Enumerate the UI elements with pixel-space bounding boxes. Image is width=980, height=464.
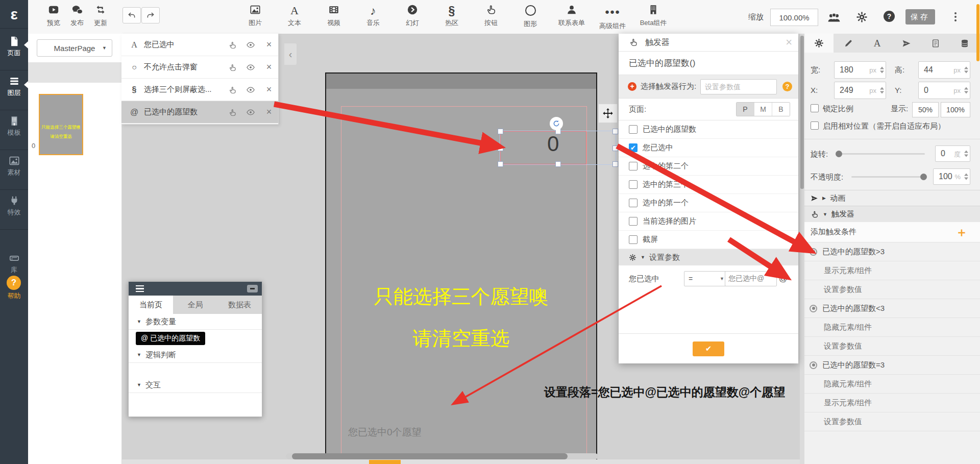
sidebar-item-assets[interactable]: 素材 <box>0 155 28 177</box>
radio-icon[interactable] <box>810 305 817 312</box>
trigger-action[interactable]: 显示元素/组件 <box>804 394 980 412</box>
selected-text-element[interactable]: 0 <box>547 132 559 156</box>
trigger-action[interactable]: 隐藏元素/组件 <box>804 318 980 337</box>
tab-global[interactable]: 全局 <box>173 296 217 314</box>
height-input[interactable]: 44 px <box>918 61 970 79</box>
plus-icon[interactable]: ＋ <box>955 227 968 237</box>
layer-delete-icon[interactable]: × <box>260 84 278 95</box>
help-question-icon[interactable]: ? <box>782 82 792 91</box>
resize-handle-s[interactable] <box>555 161 561 167</box>
move-handle[interactable] <box>598 104 618 123</box>
help-button[interactable]: ? <box>884 11 895 22</box>
radio-icon[interactable] <box>810 248 817 256</box>
tab-style[interactable] <box>834 34 863 53</box>
layer-lock-hand-icon[interactable] <box>223 85 241 94</box>
layer-delete-icon[interactable]: × <box>260 39 278 50</box>
checkbox-unchecked[interactable] <box>629 199 638 207</box>
checkbox-unchecked[interactable] <box>629 162 638 170</box>
param-value-input[interactable] <box>725 271 777 286</box>
tool-text[interactable]: A 文本 <box>281 4 308 28</box>
layer-lock-hand-icon[interactable] <box>223 107 241 117</box>
panel-scrollbar-thumb[interactable] <box>800 36 804 189</box>
checkbox-unchecked[interactable] <box>629 217 638 226</box>
target-checkbox-row[interactable]: 已选中的愿望数 <box>619 120 798 139</box>
trigger-section[interactable]: ▼ 触发器 <box>804 206 980 222</box>
page-option-m[interactable]: M <box>754 103 772 116</box>
behavior-input[interactable] <box>700 79 777 94</box>
canvas-annotation-text[interactable]: 设置段落=您已选中@已选中的愿望数@个愿望 <box>544 384 785 400</box>
tool-shape[interactable]: 图形 <box>517 4 544 29</box>
tool-image[interactable]: 图片 <box>241 4 269 28</box>
section-interaction[interactable]: ▼ 交互 <box>129 377 262 393</box>
layer-row-hotzone[interactable]: § 选择三个则屏蔽选... × <box>121 79 278 101</box>
trigger-dialog-header[interactable]: 触发器 × <box>619 34 798 52</box>
add-trigger-row[interactable]: 添加触发条件 ＋ <box>804 222 980 242</box>
window-scrollbar-thumb[interactable] <box>976 4 979 61</box>
tab-data[interactable] <box>950 34 979 53</box>
set-params-header[interactable]: ▼ 设置参数 <box>619 249 798 265</box>
stepper[interactable] <box>964 174 968 180</box>
add-behavior-icon[interactable]: + <box>628 82 636 91</box>
save-button[interactable]: 保存 <box>905 9 935 25</box>
target-checkbox-row[interactable]: 截屏 <box>619 231 798 249</box>
zoom-input[interactable] <box>770 9 818 26</box>
lock-ratio-checkbox[interactable] <box>811 104 819 112</box>
radio-icon[interactable] <box>810 361 817 369</box>
width-input[interactable]: 180 px <box>834 61 886 79</box>
tool-video[interactable]: 视频 <box>320 4 348 28</box>
trigger-action[interactable]: 设置参数值 <box>804 412 980 431</box>
section-logic[interactable]: ▼ 逻辑判断 <box>129 347 262 362</box>
layer-visibility-eye-icon[interactable] <box>241 107 260 117</box>
resize-handle-ne[interactable] <box>612 129 618 134</box>
relative-position-checkbox[interactable] <box>811 121 819 130</box>
tab-datasheet[interactable]: 数据表 <box>217 296 262 314</box>
sidebar-item-help-label[interactable]: 帮助 <box>0 291 28 301</box>
undo-button[interactable] <box>122 7 141 23</box>
page-option-p[interactable]: P <box>737 103 754 116</box>
opacity-slider[interactable] <box>851 176 924 178</box>
variable-pill[interactable]: @ 已选中的愿望数 <box>136 332 205 345</box>
settings-button[interactable] <box>856 11 868 23</box>
layer-visibility-eye-icon[interactable] <box>241 40 260 50</box>
display-100-button[interactable]: 100% <box>941 102 970 117</box>
operator-select[interactable]: = ▼ <box>684 271 729 286</box>
tool-advanced[interactable]: ●●● 高级组件 <box>595 4 630 31</box>
opacity-slider-knob[interactable] <box>920 174 927 180</box>
layer-row-text[interactable]: A 您已选中 × <box>121 34 278 56</box>
close-icon[interactable]: × <box>786 36 792 49</box>
layer-delete-icon[interactable]: × <box>260 62 278 72</box>
stepper[interactable] <box>880 87 884 94</box>
trigger-condition[interactable]: 已选中的愿望数<3 <box>804 299 980 318</box>
target-checkbox-row[interactable]: 选中的第一个 <box>619 194 798 212</box>
layer-row-variable-selected[interactable]: @ 已选中的愿望数 × <box>121 101 278 124</box>
rotate-handle[interactable] <box>550 117 563 130</box>
canvas-yellow-text-1[interactable]: 只能选择三个愿望噢 <box>326 284 596 310</box>
horizontal-scrollbar-thumb[interactable] <box>292 453 568 459</box>
update-button[interactable]: 更新 <box>87 4 114 28</box>
trigger-condition[interactable]: 已选中的愿望数=3 <box>804 356 980 375</box>
resize-handle-sw[interactable] <box>498 161 503 167</box>
collapse-panel-button[interactable]: ‹ <box>284 43 297 65</box>
page-thumbnail[interactable]: 只能选择三个愿望噢 请清空重选 <box>39 94 83 155</box>
tool-hotzone[interactable]: § 热区 <box>438 4 465 28</box>
rotate-input[interactable]: 0 度 <box>935 145 970 162</box>
panel-scrollbar[interactable] <box>800 34 804 464</box>
checkbox-checked[interactable]: ✔ <box>629 143 638 152</box>
tool-slideshow[interactable]: 幻灯 <box>399 4 426 28</box>
section-parameters[interactable]: ▼ 参数变量 <box>129 314 262 329</box>
tab-settings[interactable] <box>804 34 834 53</box>
tab-current-page[interactable]: 当前页 <box>129 296 173 314</box>
canvas-count-text[interactable]: 您已选中0个愿望 <box>348 426 422 439</box>
layer-delete-icon[interactable]: × <box>260 107 278 117</box>
resize-handle-w[interactable] <box>498 145 503 151</box>
tab-page[interactable] <box>921 34 950 53</box>
rotate-slider[interactable] <box>838 153 925 155</box>
layer-row-shape[interactable]: ○ 不允许点击弹窗 × <box>121 56 278 79</box>
layer-visibility-eye-icon[interactable] <box>241 62 260 72</box>
mini-panel-header[interactable] <box>129 282 262 296</box>
help-question-icon[interactable]: ? <box>7 276 21 290</box>
sidebar-item-effects[interactable]: 特效 <box>0 195 28 217</box>
animation-section[interactable]: ▶ 动画 <box>804 190 980 206</box>
master-page-dropdown[interactable]: MasterPage ▼ <box>37 39 112 57</box>
rotate-slider-knob[interactable] <box>836 151 842 157</box>
